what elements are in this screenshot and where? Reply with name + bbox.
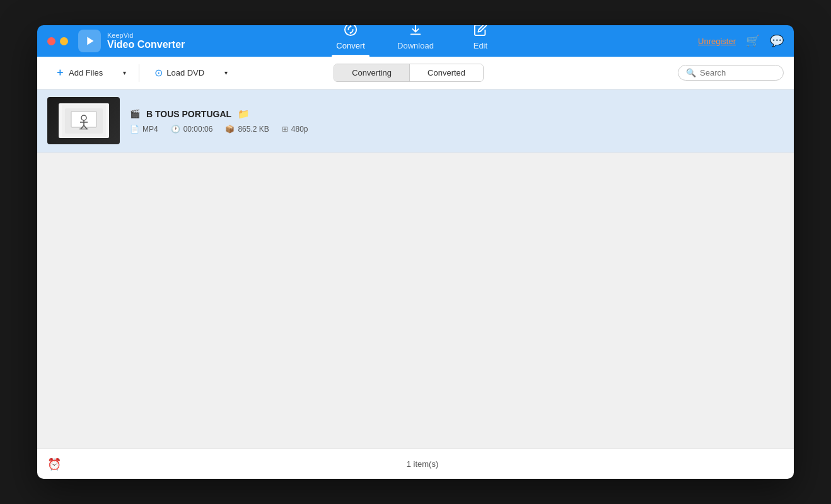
convert-tab-toggle: Converting Converted [334,64,484,82]
search-input[interactable] [700,68,776,77]
app-window: KeepVid Video Converter Convert [37,25,794,479]
edit-tab-icon [474,25,487,38]
search-icon: 🔍 [686,68,696,77]
add-files-button[interactable]: ＋ Add Files [47,62,110,83]
load-dvd-button[interactable]: ⊙ Load DVD [147,63,212,83]
meta-resolution: ⊞ 480p [282,125,308,134]
load-dvd-dropdown[interactable]: ▾ [219,66,233,80]
file-type-icon: 🎬 [130,109,140,118]
meta-size: 📦 865.2 KB [225,125,269,134]
item-count: 1 item(s) [61,459,784,469]
toolbar-divider [139,64,139,82]
clock-icon: 🕐 [171,125,180,134]
convert-tab-icon [344,25,357,38]
logo-area: KeepVid Video Converter [78,30,185,52]
converting-tab[interactable]: Converting [334,64,409,81]
folder-icon[interactable]: 📁 [238,108,250,120]
logo-icon [78,30,101,52]
svg-marker-0 [87,37,93,45]
resolution-icon: ⊞ [282,125,288,134]
content-area: 🎬 B TOUS PORTUGAL 📁 📄 MP4 🕐 00:00:06 📦 [37,89,794,449]
tab-convert[interactable]: Convert [319,25,382,57]
file-resolution: 480p [291,125,308,134]
cart-icon[interactable]: 🛒 [746,34,760,48]
file-name-row: 🎬 B TOUS PORTUGAL 📁 [130,108,784,120]
logo-text: KeepVid Video Converter [107,32,185,50]
nav-tabs: Convert Download Edit [319,25,512,57]
format-icon: 📄 [130,125,139,134]
logo-top-text: KeepVid [107,32,185,39]
file-meta-row: 📄 MP4 🕐 00:00:06 📦 865.2 KB ⊞ 480p [130,125,784,134]
titlebar-right: Unregister 🛒 💬 [698,34,784,48]
load-dvd-label: Load DVD [166,68,204,77]
meta-duration: 🕐 00:00:06 [171,125,213,134]
unregister-button[interactable]: Unregister [698,37,736,46]
schedule-icon[interactable]: ⏰ [47,457,61,471]
plus-icon: ＋ [55,66,65,79]
tab-edit-label: Edit [474,41,487,50]
add-files-dropdown[interactable]: ▾ [118,66,131,80]
titlebar: KeepVid Video Converter Convert [37,25,794,57]
meta-format: 📄 MP4 [130,125,158,134]
tab-download[interactable]: Download [382,25,449,57]
toolbar: ＋ Add Files ▾ ⊙ Load DVD ▾ Converting Co… [37,57,794,89]
converted-tab[interactable]: Converted [410,64,483,81]
table-row: 🎬 B TOUS PORTUGAL 📁 📄 MP4 🕐 00:00:06 📦 [37,89,794,152]
search-box[interactable]: 🔍 [678,65,784,81]
size-icon: 📦 [225,125,235,134]
message-icon[interactable]: 💬 [770,34,784,48]
footer: ⏰ 1 item(s) [37,449,794,479]
tab-download-label: Download [397,41,434,50]
file-format: MP4 [142,125,158,134]
tab-convert-label: Convert [336,41,365,50]
close-button[interactable] [47,37,55,45]
traffic-lights [47,37,68,45]
minimize-button[interactable] [60,37,68,45]
add-files-label: Add Files [69,68,103,77]
dvd-icon: ⊙ [154,67,163,79]
file-duration: 00:00:06 [183,125,213,134]
thumbnail-sketch [59,103,109,138]
file-info: 🎬 B TOUS PORTUGAL 📁 📄 MP4 🕐 00:00:06 📦 [130,108,784,134]
file-thumbnail [47,97,120,144]
file-name: B TOUS PORTUGAL [146,109,231,119]
file-size: 865.2 KB [238,125,269,134]
tab-edit[interactable]: Edit [449,25,512,57]
download-tab-icon [409,25,422,38]
logo-bottom-text: Video Converter [107,39,185,50]
